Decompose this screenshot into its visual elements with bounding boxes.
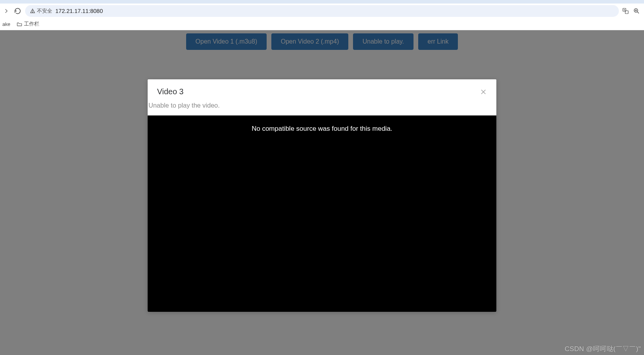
dialog-message: Unable to play the video. xyxy=(148,102,496,115)
video-player[interactable]: No compatible source was found for this … xyxy=(148,115,496,312)
bookmark-item-2[interactable]: 工作栏 xyxy=(16,21,39,27)
svg-point-1 xyxy=(33,12,33,12)
browser-tab-strip xyxy=(0,0,644,4)
close-icon xyxy=(480,88,487,95)
video-dialog: Video 3 Unable to play the video. No com… xyxy=(148,79,496,312)
zoom-icon[interactable] xyxy=(633,7,640,15)
video-error-text: No compatible source was found for this … xyxy=(148,125,496,133)
browser-toolbar: 不安全 172.21.17.11:8080 xyxy=(0,4,644,18)
insecure-label: 不安全 xyxy=(37,8,52,15)
toolbar-right-icons xyxy=(622,7,642,15)
insecure-site-indicator: 不安全 xyxy=(30,8,52,15)
dialog-header: Video 3 xyxy=(148,79,496,102)
translate-icon[interactable] xyxy=(622,7,629,15)
bookmark-item-1[interactable]: ake xyxy=(2,22,10,27)
dialog-title: Video 3 xyxy=(157,87,183,96)
bookmark-label: ake xyxy=(2,22,10,27)
dialog-close-button[interactable] xyxy=(480,88,487,95)
svg-line-5 xyxy=(637,12,639,13)
csdn-watermark: CSDN @呵呵哒(￣▽￣)" xyxy=(565,344,641,353)
page-content: Open Video 1 (.m3u8) Open Video 2 (.mp4)… xyxy=(0,30,644,355)
warning-icon xyxy=(30,8,35,14)
folder-icon xyxy=(16,21,22,27)
bookmarks-bar: ake 工作栏 xyxy=(0,18,644,30)
address-bar[interactable]: 不安全 172.21.17.11:8080 xyxy=(25,5,619,17)
url-text: 172.21.17.11:8080 xyxy=(55,8,103,14)
reload-icon[interactable] xyxy=(13,7,22,15)
nav-forward-icon[interactable] xyxy=(2,7,10,15)
bookmark-label: 工作栏 xyxy=(24,21,39,27)
